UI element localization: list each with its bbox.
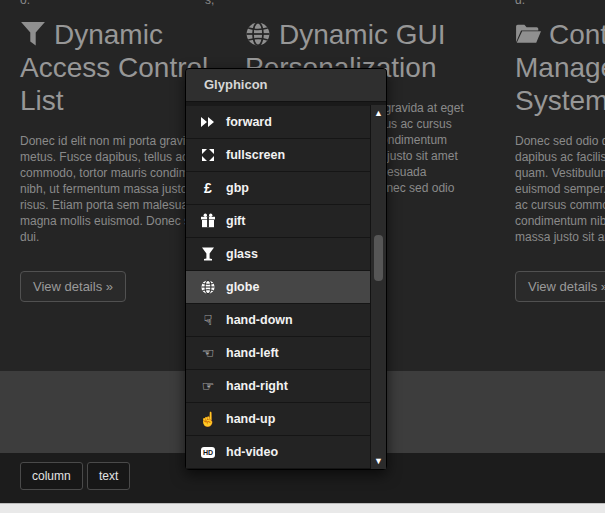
body-line: Donec sed odio dui. Cras justo odio, [515,133,605,149]
clipped-text-fragment: d. [515,0,525,7]
column-button[interactable]: column [20,462,83,490]
hd-badge-text: HD [201,447,215,458]
gbp-icon: £ [198,180,218,196]
column-content-management: d. Content Management System Donec sed o… [515,0,605,302]
page: o. Dynamic Access Control List Donec id … [0,0,605,513]
dropdown-item-hand-up[interactable]: ☝ hand-up [186,403,386,436]
body-line: condimentum nibh, ut fermentum [515,213,605,229]
dropdown-item-label: hd-video [226,445,278,459]
gift-icon [198,213,218,229]
dropdown-item-label: gbp [226,181,249,195]
hand-down-icon: ☟ [198,312,218,328]
dropdown-item-fullscreen[interactable]: fullscreen [186,139,386,172]
scroll-up-arrow[interactable]: ▲ [371,105,386,121]
globe-icon [245,21,271,47]
glass-icon [198,246,218,262]
dropdown-item-label: gift [226,214,245,228]
dropdown-item-gift[interactable]: gift [186,205,386,238]
filter-icon [20,21,46,47]
folder-open-icon [515,21,541,47]
dropdown-header: Glyphicon [186,69,386,102]
view-details-button[interactable]: View details » [515,271,605,302]
hand-left-icon: ☜ [198,345,218,361]
dropdown-item-hand-down[interactable]: ☟ hand-down [186,304,386,337]
dropdown-item-hand-left[interactable]: ☜ hand-left [186,337,386,370]
view-details-button[interactable]: View details » [20,271,126,302]
scroll-down-arrow[interactable]: ▼ [371,453,386,469]
dropdown-item-forward[interactable]: forward [186,106,386,139]
dropdown-item-label: glass [226,247,258,261]
column-heading-text: Dynamic Access Control List [20,19,208,116]
clipped-text-fragment: s, [205,0,214,7]
globe-icon [198,279,218,295]
forward-icon [198,114,218,130]
column-heading: Content Management System [515,18,605,117]
text-button[interactable]: text [87,462,130,490]
dropdown-item-label: globe [226,280,259,294]
dropdown-item-label: hand-left [226,346,279,360]
dropdown-item-label: fullscreen [226,148,285,162]
dropdown-item-label: hand-right [226,379,288,393]
dropdown-item-hd-video[interactable]: HD hd-video [186,436,386,469]
fullscreen-icon [198,147,218,163]
bottom-edge [0,503,605,513]
body-line: ac cursus commodo, tortor mauris [515,197,605,213]
glyphicon-dropdown: Glyphicon forward fullscreen £ gbp gift … [185,68,387,470]
body-line: massa justo sit amet risus. [515,229,605,245]
dropdown-item-label: forward [226,115,272,129]
hand-up-icon: ☝ [198,411,218,427]
dropdown-item-gbp[interactable]: £ gbp [186,172,386,205]
hd-video-icon: HD [198,444,218,460]
dropdown-scrollbar[interactable]: ▲ ▼ [370,105,386,469]
column-body: Donec sed odio dui. Cras justo odio, dap… [515,133,605,245]
scroll-thumb[interactable] [374,235,383,281]
clipped-text-fragment: o. [20,0,30,7]
dropdown-item-hand-right[interactable]: ☞ hand-right [186,370,386,403]
dropdown-item-globe[interactable]: globe [186,271,386,304]
dropdown-item-label: hand-down [226,313,293,327]
body-line: quam. Vestibulum id ligula porta felis [515,165,605,181]
hand-right-icon: ☞ [198,378,218,394]
dropdown-list: forward fullscreen £ gbp gift glass glob… [186,102,386,469]
dropdown-item-label: hand-up [226,412,275,426]
body-line: euismod semper. Fusce dapibus, tellus [515,181,605,197]
body-line: dapibus ac facilisis in, egestas eget [515,149,605,165]
dropdown-item-glass[interactable]: glass [186,238,386,271]
